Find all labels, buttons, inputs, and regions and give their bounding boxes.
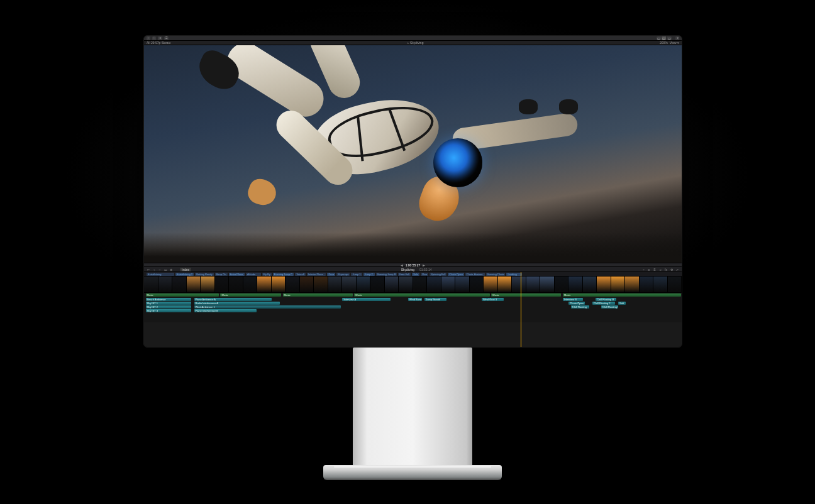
audio-icon[interactable]: ♫ <box>658 268 662 271</box>
library-button[interactable]: ☰ <box>164 36 169 40</box>
zoom-tool-icon[interactable]: ⊕ <box>169 268 173 271</box>
audio-clip[interactable]: Wind Burst 1 <box>408 298 422 301</box>
filmstrip-thumb[interactable] <box>597 277 611 292</box>
music-clip[interactable]: Music <box>563 293 681 297</box>
angle-clip[interactable]: Spinning Fall <box>430 273 446 276</box>
filmstrip[interactable] <box>144 277 682 293</box>
effects-icon[interactable]: fx <box>664 268 668 271</box>
layout-seg-b[interactable]: ▭ <box>662 36 667 40</box>
nav-forward-button[interactable]: › <box>152 36 156 40</box>
audio-clip[interactable]: Chill Floating <box>571 305 589 309</box>
angle-clip[interactable]: Strap On <box>215 273 228 276</box>
filmstrip-thumb[interactable] <box>272 277 286 292</box>
layout-seg-c[interactable]: ▭ <box>667 36 672 40</box>
filmstrip-thumb[interactable] <box>470 277 484 292</box>
music-clip[interactable]: Music <box>146 293 219 297</box>
skim-icon[interactable]: ≡ <box>647 268 651 271</box>
filmstrip-thumb[interactable] <box>357 277 371 292</box>
music-clip[interactable]: Music <box>220 293 281 297</box>
audio-clip[interactable]: Jump Breath <box>424 298 446 301</box>
music-clip[interactable]: Music <box>491 293 561 297</box>
angle-clip[interactable]: Jump 1 <box>351 273 362 276</box>
tc-step-back[interactable]: ◀ <box>401 263 403 267</box>
filmstrip-thumb[interactable] <box>370 277 385 292</box>
filmstrip-thumb[interactable] <box>257 277 272 292</box>
audio-clip[interactable]: Chill Floating 2 <box>592 302 615 305</box>
trim-tool-icon[interactable]: ✂ <box>147 268 150 271</box>
angle-clip[interactable]: Enter Plane <box>229 273 245 276</box>
audio-lanes[interactable]: Beach AmbienceSky INT 1Sky INT 2Sky INT … <box>144 297 682 322</box>
angle-clip[interactable]: Takeoff <box>295 273 306 276</box>
index-button[interactable]: Index <box>180 268 191 271</box>
angle-strip[interactable]: EstablishingEstablishing 2Getting ReadyS… <box>144 272 682 277</box>
share-button[interactable]: ⇪ <box>675 36 679 40</box>
filmstrip-thumb[interactable] <box>540 277 555 292</box>
angle-clip[interactable]: Skyscape <box>336 273 350 276</box>
audio-clip[interactable]: Chill Floating B <box>596 298 616 301</box>
filmstrip-thumb[interactable] <box>300 277 314 292</box>
filmstrip-thumb[interactable] <box>455 277 470 292</box>
tc-step-forward[interactable]: ▶ <box>423 263 425 267</box>
filmstrip-thumb[interactable] <box>328 277 343 292</box>
audio-clip[interactable]: Interview A <box>342 298 391 301</box>
filmstrip-thumb[interactable] <box>427 277 441 292</box>
position-tool-icon[interactable]: ↔ <box>158 268 162 271</box>
angle-clip[interactable]: Free Fall <box>398 273 411 276</box>
angle-clip[interactable]: Fly By <box>262 273 272 276</box>
filmstrip-thumb[interactable] <box>640 277 654 292</box>
filmstrip-thumb[interactable] <box>229 277 243 292</box>
zoom-level[interactable]: 200% <box>660 41 668 45</box>
music-clip[interactable]: Music <box>283 293 353 297</box>
angle-clip[interactable]: Chute Horizon <box>465 273 485 276</box>
angle-clip[interactable]: Evening Chute <box>486 273 505 276</box>
audio-clip[interactable]: Beach Ambience <box>146 298 192 301</box>
music-lane[interactable]: MusicMusicMusicMusicMusicMusic <box>144 293 682 297</box>
angle-clip[interactable]: Dive <box>421 273 428 276</box>
filmstrip-thumb[interactable] <box>201 277 215 292</box>
audio-clip[interactable]: Sky INT 1 <box>146 302 192 305</box>
audio-clip[interactable]: Radio Interference A <box>194 302 280 305</box>
filmstrip-thumb[interactable] <box>441 277 456 292</box>
tools-icon[interactable]: ⚙ <box>670 268 674 271</box>
filmstrip-thumb[interactable] <box>583 277 597 292</box>
viewer-canvas[interactable] <box>144 45 682 263</box>
nav-back-button[interactable]: ‹ <box>147 36 150 40</box>
timeline[interactable]: EstablishingEstablishing 2Getting ReadyS… <box>144 272 682 347</box>
angle-clip[interactable]: Getting Ready <box>195 273 214 276</box>
filmstrip-thumb[interactable] <box>568 277 583 292</box>
filmstrip-thumb[interactable] <box>512 277 526 292</box>
audio-clip[interactable]: Interview B <box>563 298 583 301</box>
audio-clip[interactable]: Chill Floating 3 <box>601 305 618 309</box>
filmstrip-thumb[interactable] <box>484 277 498 292</box>
filmstrip-thumb[interactable] <box>413 277 428 292</box>
filmstrip-thumb[interactable] <box>187 277 201 292</box>
filmstrip-thumb[interactable] <box>625 277 640 292</box>
audio-clip[interactable]: Sky INT 2 <box>146 305 192 309</box>
filmstrip-thumb[interactable] <box>215 277 230 292</box>
angle-clip[interactable]: Altitude <box>246 273 261 276</box>
angle-clip[interactable]: Establishing <box>147 273 174 276</box>
filmstrip-thumb[interactable] <box>653 277 668 292</box>
angle-clip[interactable]: Evening Jump B <box>376 273 397 276</box>
filmstrip-thumb[interactable] <box>158 277 173 292</box>
angle-clip[interactable]: Jump 2 <box>363 273 375 276</box>
angle-clip[interactable]: Landing <box>506 273 522 276</box>
filmstrip-thumb[interactable] <box>243 277 258 292</box>
angle-clip[interactable]: Chute Open <box>448 273 464 276</box>
filmstrip-thumb[interactable] <box>399 277 413 292</box>
filmstrip-thumb[interactable] <box>611 277 626 292</box>
filmstrip-thumb[interactable] <box>526 277 541 292</box>
audio-clip[interactable]: Plane Interference B <box>194 309 257 312</box>
angle-clip[interactable]: Evening Jump C <box>273 273 294 276</box>
fullscreen-icon[interactable]: ⤢ <box>675 268 679 271</box>
audio-clip[interactable]: Plane Ambience A <box>194 298 272 301</box>
snap-icon[interactable]: ⌁ <box>641 268 645 271</box>
filmstrip-thumb[interactable] <box>668 277 682 292</box>
filmstrip-thumb[interactable] <box>385 277 399 292</box>
import-button[interactable]: ⬇ <box>158 36 162 40</box>
filmstrip-thumb[interactable] <box>172 277 187 292</box>
audio-clip[interactable]: Soft <box>618 302 626 305</box>
audio-clip[interactable]: Chute Open <box>568 302 585 305</box>
audio-clip[interactable]: Sky INT 3 <box>146 309 192 312</box>
audio-clip[interactable]: Wind Gust 3 <box>482 298 504 301</box>
